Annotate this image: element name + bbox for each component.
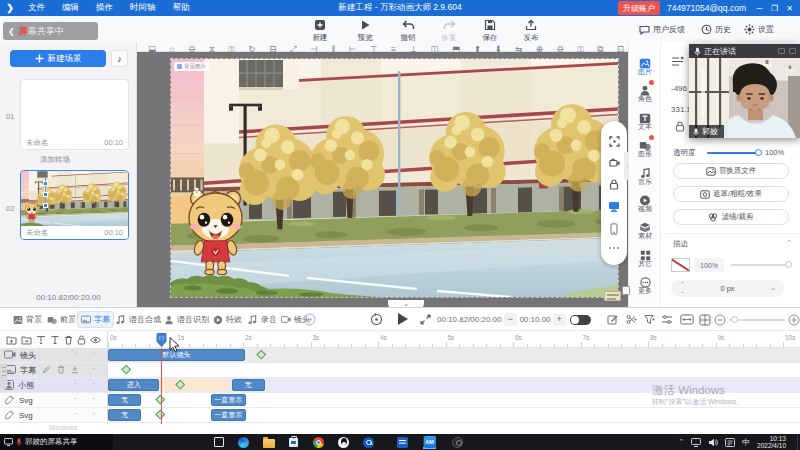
close-button[interactable]: ✕ [783,4,796,13]
taskbar-app-edge[interactable] [237,436,250,449]
circle-remove-icon[interactable]: ⊖ [188,44,195,54]
stroke-color-swatch[interactable] [671,258,690,272]
edit-subtitle-icon[interactable] [607,314,618,325]
text-insert-icon[interactable] [36,335,46,345]
maximize-button[interactable]: ❐ [768,4,781,13]
playhead-marker[interactable] [156,333,167,347]
tray-expand-icon[interactable]: ⌃ [678,438,684,446]
ime-mode[interactable]: 中 [742,437,750,448]
track-lane[interactable]: 无一直显示 [107,408,800,422]
stroke-opacity-value[interactable]: 100% [694,258,724,272]
clip-一直显示[interactable]: 一直显示 [211,394,246,406]
clip-进入[interactable]: 进入 [108,379,159,391]
lock-canvas-icon[interactable] [609,179,619,190]
assets-tab-image[interactable]: 图片 [629,55,661,80]
transform-icon[interactable]: ⤢ [290,44,297,54]
duration-plus-button[interactable]: + [553,313,566,326]
ime-panel-icon[interactable] [725,438,735,447]
track-header[interactable]: 字幕·· [0,363,107,377]
screen-share-pill[interactable]: ❮ 屏 幕共享中 [3,22,98,40]
distribute-h-icon[interactable]: ◫ [431,44,439,54]
history-button[interactable]: 历史 [701,24,731,35]
taskbar-app-app-blue[interactable] [396,436,409,449]
canvas-area[interactable]: 背景图片 › [137,52,628,307]
webcam-ghost-buttons[interactable] [778,48,796,54]
stroke-opacity-slider[interactable] [731,264,789,266]
track-settings-icon[interactable] [661,314,673,325]
timeline-tab-effects[interactable]: 特效 [210,312,245,327]
track-row-Svg[interactable]: Svg··无一直显示 [0,408,800,422]
scene-duration-value[interactable]: 00:10.00 [518,315,552,324]
clip-一直显示[interactable]: 一直显示 [211,409,246,421]
share-collapse-icon[interactable]: ❮ [8,27,15,36]
stroke-collapse-icon[interactable]: ⌃ [786,239,792,247]
delete-object-icon[interactable]: ⊟ [269,44,276,54]
lock-aspect-icon[interactable]: ⚿ [577,44,583,54]
taskbar-app-task-view[interactable] [212,436,225,449]
lock-object-icon[interactable]: ⚿ [229,44,235,54]
emphasis-region[interactable] [159,379,229,391]
menu-file[interactable]: 文件 [28,2,45,14]
timeline-tab-subtitle[interactable]: 字幕 [78,312,113,327]
camera-view-icon[interactable] [609,158,620,168]
paste-object-icon[interactable]: ⊡ [617,44,624,54]
note-page-icon[interactable] [622,286,630,295]
shortcut-keyboard-icon[interactable] [604,291,621,301]
lock-ratio-icon[interactable] [675,121,685,132]
play-button[interactable] [396,312,409,326]
track-lane[interactable] [107,363,800,377]
scene-music-button[interactable]: ♪ [111,50,128,67]
track-row-镜头[interactable]: 镜头··默认镜头 [0,348,800,362]
timeline-tab-record[interactable]: 录音 [244,312,280,327]
add-transition-link[interactable]: 添加转场 [0,155,110,165]
track-panel-handle[interactable] [0,364,7,388]
zoom-out-timeline-icon[interactable] [714,314,726,326]
scene-card-1[interactable]: 未命名 00:10 [20,79,129,150]
align-center-h-icon[interactable]: ∥ [331,44,335,54]
split-clip-icon[interactable] [626,314,638,325]
timeline-tab-tts[interactable]: 语音合成 [112,312,164,327]
settings-button[interactable]: 设置 [744,24,774,35]
timeline-tab-speech-recognition[interactable]: 语音识别 [161,312,212,327]
zoom-in-icon[interactable]: ⊕ [536,44,543,54]
collapse-tabs-icon[interactable] [303,313,316,326]
scene-card-2[interactable]: 未命名 00:10 [20,170,129,240]
assets-tab-character[interactable]: 角色 [629,82,661,107]
keyframe-diamond[interactable] [257,350,266,359]
taskbar-app-chrome[interactable] [312,436,325,449]
timeline-tab-background[interactable]: 背景 [10,312,45,327]
track-trash-icon[interactable] [57,365,65,375]
feedback-button[interactable]: 用户反馈 [639,24,685,35]
preview-mode-toggle[interactable] [570,315,591,325]
arrange-icon[interactable] [671,56,684,67]
assets-tab-text[interactable]: 文本 [629,110,661,135]
clip-无[interactable]: 无 [108,394,141,406]
menu-edit[interactable]: 编辑 [62,2,79,14]
assets-tab-music[interactable]: 音乐 [629,165,661,190]
track-toggles[interactable]: ·· [74,394,95,403]
position-x-value[interactable]: -496 [671,84,687,93]
assets-tab-video[interactable]: 视频 [629,192,661,217]
menu-timeline[interactable]: 时间轴 [130,2,156,14]
track-header[interactable]: Svg·· [0,408,107,422]
import-folder-icon[interactable] [21,335,32,345]
assets-tab-shape[interactable]: 图形 [629,137,661,162]
rotate-object-icon[interactable]: ↻ [249,44,256,54]
track-header[interactable]: 镜头·· [0,348,107,362]
clip-无[interactable]: 无 [232,379,265,391]
track-toggles[interactable]: ·· [74,409,95,418]
taskbar-app-browser-search[interactable] [362,436,375,449]
track-header[interactable]: 小熊·· [0,378,107,392]
menu-operate[interactable]: 操作 [96,2,113,14]
stroke-width-stepper[interactable]: ⌃⌄ 0 px ⌄ [671,280,784,297]
delete-track-icon[interactable] [64,335,73,345]
track-toggles[interactable]: ·· [74,379,95,388]
screen-share-indicator[interactable]: 郭姣的屏幕共享 [0,434,113,450]
track-toggles[interactable]: ·· [74,364,95,373]
timeline-zoom-slider[interactable] [729,319,785,321]
stage[interactable]: 背景图片 [171,59,618,297]
stepper-dropdown-icon[interactable]: ⌄ [770,284,776,292]
text-tool-icon[interactable] [50,335,60,345]
assets-tab-other[interactable]: 其它 [629,247,661,272]
timeline-tab-foreground[interactable]: 前景 [44,312,79,327]
